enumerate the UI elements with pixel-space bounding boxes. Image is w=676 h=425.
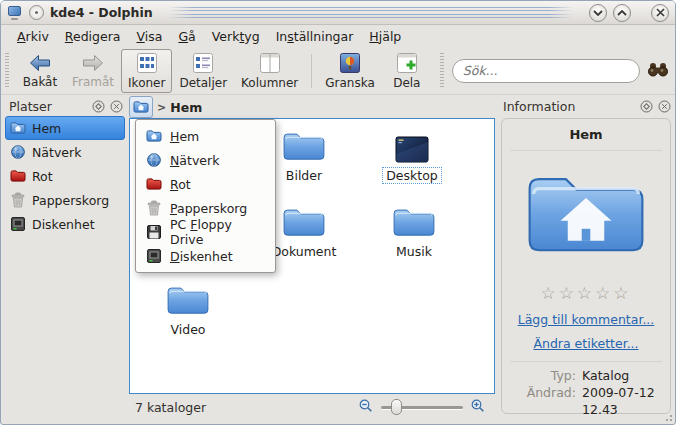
window-menu-button[interactable] [29, 5, 44, 20]
modified-date: 2009-07-12 [582, 385, 660, 400]
details-view-button[interactable]: Detaljer [172, 49, 234, 93]
split-button[interactable]: Dela [382, 49, 432, 93]
places-panel-header: Platser [5, 96, 125, 116]
red-folder-icon [146, 176, 162, 192]
add-comment-link[interactable]: Lägg till kommentar... [502, 312, 670, 327]
search-input[interactable] [452, 59, 640, 83]
maximize-button[interactable] [613, 4, 631, 22]
zoom-slider-handle[interactable] [391, 399, 402, 415]
places-dropdown-menu: Hem Nätverk Rot Papperskorg PC Floppy Dr… [135, 119, 276, 273]
preview-button[interactable]: Granska [318, 49, 382, 93]
folder-icon [165, 281, 211, 317]
binoculars-icon [648, 62, 668, 80]
modified-label: Ändrad: [512, 385, 576, 400]
resize-grip[interactable] [665, 414, 673, 422]
zoom-slider[interactable] [381, 406, 463, 409]
float-panel-icon[interactable] [91, 99, 105, 113]
sidebar-item-rot[interactable]: Rot [5, 164, 125, 188]
home-folder-icon [146, 128, 162, 144]
trash-icon [10, 192, 26, 208]
disk-drive-icon [10, 216, 26, 232]
sidebar-item-diskenhet[interactable]: Diskenhet [5, 212, 125, 236]
forward-button[interactable]: Framåt [65, 49, 121, 93]
toolbar-dotted-separator [440, 53, 444, 89]
zoom-out-icon[interactable] [359, 399, 373, 416]
trash-icon [146, 200, 162, 216]
menu-visa[interactable]: Visa [128, 27, 170, 46]
places-panel: Platser Hem Nätverk Rot Papperskorg Disk… [5, 96, 125, 416]
zoom-in-icon[interactable] [471, 399, 485, 416]
network-globe-icon [10, 144, 26, 160]
sidebar-item-hem[interactable]: Hem [5, 116, 125, 140]
selected-item-name: Hem [502, 127, 670, 142]
menu-verktyg[interactable]: Verktyg [204, 27, 268, 46]
app-icon [7, 6, 23, 20]
folder-icon [281, 203, 327, 239]
details-view-icon [192, 52, 214, 74]
window-title: kde4 - Dolphin [50, 5, 153, 20]
chevron-down-icon [593, 10, 603, 16]
columns-view-icon [259, 52, 281, 74]
arrow-right-icon [81, 53, 105, 73]
home-folder-preview-icon [521, 159, 651, 261]
menu-installningar[interactable]: Inställningar [268, 27, 362, 46]
split-view-icon [396, 52, 418, 74]
menu-item-diskenhet[interactable]: Diskenhet [136, 244, 275, 268]
menu-item-natverk[interactable]: Nätverk [136, 148, 275, 172]
toolbar-separator [311, 54, 312, 88]
type-label: Typ: [512, 368, 576, 383]
close-icon [656, 8, 665, 17]
breadcrumb-current[interactable]: Hem [170, 100, 202, 115]
information-panel-header: Information [499, 96, 673, 116]
columns-view-button[interactable]: Kolumner [234, 49, 305, 93]
menu-item-hem[interactable]: Hem [136, 124, 275, 148]
item-count: 7 kataloger [135, 400, 351, 415]
titlebar[interactable]: kde4 - Dolphin [1, 1, 675, 25]
menu-item-pc-floppy-drive[interactable]: PC Floppy Drive [136, 220, 275, 244]
type-value: Katalog [582, 368, 660, 383]
information-panel-title: Information [503, 99, 635, 114]
folder-desktop[interactable]: Desktop [362, 125, 462, 184]
dolphin-window: kde4 - Dolphin Arkiv Redigera Visa Gå Ve… [0, 0, 676, 425]
red-folder-icon [10, 168, 26, 184]
sidebar-item-natverk[interactable]: Nätverk [5, 140, 125, 164]
menubar: Arkiv Redigera Visa Gå Verktyg Inställni… [1, 25, 675, 47]
metadata-table: Typ: Katalog Ändrad: 2009-07-12 12.43 [512, 368, 660, 417]
folder-icon [391, 203, 437, 239]
preview-icon [339, 52, 361, 74]
network-globe-icon [146, 152, 162, 168]
close-panel-icon[interactable] [109, 99, 123, 113]
icons-view-button[interactable]: Ikoner [121, 49, 172, 93]
breadcrumb-home-button[interactable] [129, 96, 153, 118]
disk-drive-icon [146, 248, 162, 264]
change-tags-link[interactable]: Ändra etiketter... [502, 336, 670, 351]
information-panel: Information Hem ☆☆☆☆☆ Lägg till kommenta… [499, 96, 673, 416]
folder-video[interactable]: Video [138, 279, 238, 338]
titlebar-stripes [169, 7, 573, 18]
back-button[interactable]: Bakåt [15, 49, 65, 93]
minimize-button[interactable] [589, 4, 607, 22]
breadcrumb-separator: > [157, 101, 166, 114]
menu-ga[interactable]: Gå [170, 27, 203, 46]
float-panel-icon[interactable] [639, 99, 653, 113]
close-button[interactable] [651, 4, 669, 22]
sidebar-item-papperskorg[interactable]: Papperskorg [5, 188, 125, 212]
home-folder-icon [133, 99, 149, 115]
folder-icon [281, 127, 327, 163]
desktop-icon [395, 136, 429, 163]
home-folder-icon [10, 120, 26, 136]
statusbar: 7 kataloger [129, 394, 495, 420]
toolbar-handle[interactable] [5, 53, 9, 89]
rating-stars[interactable]: ☆☆☆☆☆ [502, 283, 670, 303]
menu-hjalp[interactable]: Hjälp [361, 27, 409, 46]
menu-arkiv[interactable]: Arkiv [9, 27, 57, 46]
icon-view-icon [136, 52, 158, 74]
toolbar: Bakåt Framåt Ikoner Detaljer [1, 47, 675, 95]
modified-time: 12.43 [582, 402, 660, 417]
close-panel-icon[interactable] [657, 99, 671, 113]
menu-redigera[interactable]: Redigera [57, 27, 129, 46]
places-panel-title: Platser [9, 99, 87, 114]
folder-musik[interactable]: Musik [364, 201, 464, 260]
menu-item-rot[interactable]: Rot [136, 172, 275, 196]
arrow-left-icon [28, 53, 52, 73]
